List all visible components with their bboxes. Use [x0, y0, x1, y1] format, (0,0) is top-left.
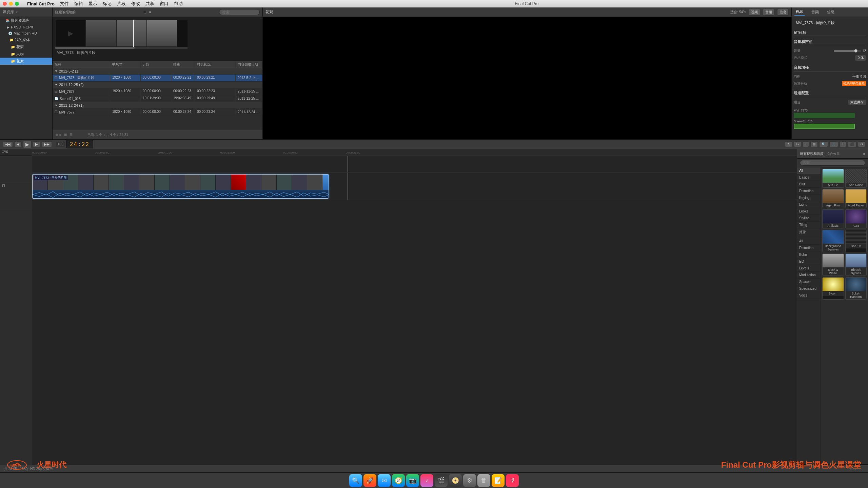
sidebar-item-media[interactable]: 📁 我的媒体: [0, 36, 52, 43]
timeline-tool-text[interactable]: T: [840, 141, 846, 147]
effect-bad-tv[interactable]: Bad TV: [845, 230, 867, 252]
effects-cat-echo[interactable]: Echo: [797, 251, 821, 258]
table-row[interactable]: 📄 Scene01_018 19:01:39:00 19:02:08:49 00…: [53, 95, 262, 102]
effects-cat-light[interactable]: Light: [797, 201, 821, 208]
effects-cat-misc[interactable]: 抠像: [797, 228, 821, 236]
table-row[interactable]: 🎞 MVI_7873 1920 × 1080 00:00:00:00 00:00…: [53, 88, 262, 95]
preview-btn-info[interactable]: 信息: [777, 9, 789, 16]
effects-cat-spaces[interactable]: Spaces: [797, 279, 821, 285]
menu-edit[interactable]: 编辑: [74, 1, 83, 7]
timeline-play-button[interactable]: ▶: [23, 141, 32, 148]
timeline-tool-range[interactable]: ⊞: [810, 141, 818, 147]
effects-cat-basics[interactable]: Basics: [797, 174, 821, 181]
menu-window[interactable]: 窗口: [160, 1, 169, 7]
effects-cat-distortion-v[interactable]: Distortion: [797, 188, 821, 195]
effects-cat-blur[interactable]: Blur: [797, 181, 821, 188]
table-row[interactable]: 🎞 MVI_7577 1920 × 1080 00:00:00:00 00:00…: [53, 109, 262, 116]
effects-search-input[interactable]: [800, 160, 865, 166]
effect-50s-tv[interactable]: 50s TV: [822, 169, 844, 188]
sidebar-item-renwu[interactable]: 📁 人物: [0, 50, 52, 58]
dock-fcp[interactable]: 🎬: [435, 474, 448, 487]
menu-mark[interactable]: 标记: [103, 1, 112, 7]
dock-mic[interactable]: 🎙: [506, 474, 519, 487]
minimize-button[interactable]: [9, 2, 13, 6]
inspector-tab-audio[interactable]: 音频: [810, 9, 820, 15]
timeline-btn-end[interactable]: ▶▶: [42, 141, 52, 147]
timeline-btn-prev[interactable]: ◀: [14, 141, 22, 147]
timeline-tool-transform[interactable]: ↺: [858, 141, 865, 147]
inspector-tab-info[interactable]: 信息: [826, 9, 836, 15]
effects-cat-tiling[interactable]: Tiling: [797, 222, 821, 228]
col-name[interactable]: 名称: [53, 61, 110, 68]
timeline-tool-select[interactable]: ↖: [785, 141, 792, 147]
effect-aura[interactable]: Aura: [845, 209, 867, 228]
col-size[interactable]: 帧尺寸: [110, 61, 141, 68]
dock-finder[interactable]: 🔍: [349, 474, 362, 487]
effects-cat-specialized[interactable]: Specialized: [797, 285, 821, 292]
menu-modify[interactable]: 修改: [131, 1, 140, 7]
sidebar-item-hxsd[interactable]: ▶ HXSD_FCPX: [0, 24, 52, 30]
menu-file[interactable]: 文件: [60, 1, 69, 7]
dock-notes[interactable]: 📝: [492, 474, 505, 487]
dock-facetime[interactable]: 📷: [406, 474, 419, 487]
menu-share[interactable]: 共享: [145, 1, 154, 7]
sidebar-item-huaxu1[interactable]: 📁 花絮: [0, 43, 52, 50]
timeline-btn-next[interactable]: ▶: [33, 141, 40, 147]
sidebar-dropdown[interactable]: ▼: [15, 11, 18, 14]
timecode-value[interactable]: 24:22: [66, 140, 93, 148]
browser-icon2[interactable]: ≡: [149, 10, 151, 14]
dock-itunes[interactable]: ♪: [420, 474, 433, 487]
effect-aged-paper[interactable]: Aged Paper: [845, 189, 867, 208]
timeline-tool-trim[interactable]: ✂: [794, 141, 801, 147]
browser-icon1[interactable]: ⊞: [143, 10, 146, 14]
col-start[interactable]: 开始: [141, 61, 171, 68]
dock-dvd[interactable]: 📀: [449, 474, 462, 487]
effects-cat-modulation[interactable]: Modulation: [797, 272, 821, 279]
table-row[interactable]: 🎞 MVI_7873 - 同步的片段 1920 × 1080 00:00:00:…: [53, 75, 262, 82]
timeline-btn-back[interactable]: ◀◀: [3, 141, 13, 147]
effects-cat-all-audio[interactable]: All: [797, 238, 821, 245]
dock-safari[interactable]: 🧭: [392, 474, 405, 487]
effects-cat-all-video[interactable]: All: [797, 167, 821, 174]
dock-launch[interactable]: 🚀: [363, 474, 376, 487]
browser-search-input[interactable]: [219, 9, 260, 15]
col-date[interactable]: 内容创建日期: [236, 61, 262, 68]
timeline-clip[interactable]: MVI_7873 - 同步的片段: [32, 174, 329, 199]
effect-artifacts[interactable]: Artifacts: [822, 209, 844, 228]
effect-background-squares[interactable]: Background Squares: [822, 230, 844, 252]
track-lane-video[interactable]: MVI_7873 - 同步的片段: [32, 173, 797, 200]
inspector-tab-video[interactable]: 视频: [794, 8, 805, 16]
effects-cat-eq[interactable]: EQ: [797, 258, 821, 265]
group-row-2[interactable]: ▼ 2011-12-25 (2): [53, 82, 262, 88]
effects-cat-distortion-a[interactable]: Distortion: [797, 245, 821, 251]
sidebar-item-library[interactable]: 📚 影片资源库: [0, 17, 52, 24]
menu-clip[interactable]: 片段: [117, 1, 126, 7]
filmstrip-scrollbar[interactable]: [55, 47, 188, 49]
preview-btn-video[interactable]: 视频: [749, 9, 760, 16]
timeline-tool-audio[interactable]: 🎵: [829, 141, 838, 147]
dock-mail[interactable]: ✉: [378, 474, 391, 487]
effects-cat-levels[interactable]: Levels: [797, 265, 821, 272]
effect-add-noise[interactable]: Add Noise: [845, 169, 867, 188]
col-end[interactable]: 结束: [171, 61, 195, 68]
effect-aged-film[interactable]: Aged Film: [822, 189, 844, 208]
maximize-button[interactable]: [15, 2, 19, 6]
effect-bokeh-random[interactable]: Bokeh Random: [845, 277, 867, 300]
effect-bleach-bypass[interactable]: Bleach Bypass: [845, 253, 867, 276]
menu-help[interactable]: 帮助: [174, 1, 183, 7]
effect-bloom[interactable]: Bloom: [822, 277, 844, 300]
effects-close[interactable]: ×: [863, 152, 865, 156]
group-row-3[interactable]: ▼ 2011-12-24 (1): [53, 102, 262, 109]
effects-cat-looks[interactable]: Looks: [797, 208, 821, 215]
dock-trash[interactable]: 🗑: [477, 474, 490, 487]
dock-utilities[interactable]: ⚙: [463, 474, 476, 487]
effects-cat-keying[interactable]: Keying: [797, 195, 821, 201]
preview-btn-audio[interactable]: 音频: [763, 9, 774, 16]
menu-view[interactable]: 显示: [88, 1, 97, 7]
app-name[interactable]: Final Cut Pro: [27, 1, 55, 6]
timeline-tool-zoom[interactable]: 🔍: [819, 141, 828, 147]
group-row-1[interactable]: ▼ 2012-5-2 (1): [53, 68, 262, 75]
sidebar-item-huaxu2[interactable]: 📁 花絮: [0, 58, 52, 65]
col-duration[interactable]: 时长状况: [195, 61, 236, 68]
status-icons[interactable]: ⊞ ⊟ ⋮⋮: [850, 467, 864, 471]
